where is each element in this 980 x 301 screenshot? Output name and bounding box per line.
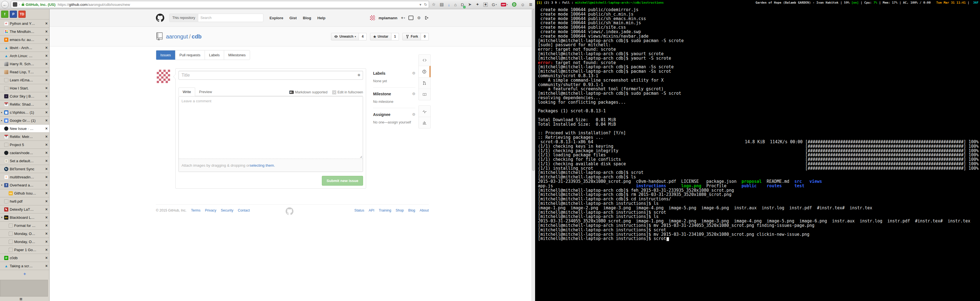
submit-new-issue-button[interactable]: Submit new issue [322,176,363,186]
new-tab-button[interactable]: ＋ [0,270,49,277]
close-icon[interactable]: × [44,167,49,171]
footer-link-blog[interactable]: Blog [408,208,415,212]
notifications-icon[interactable] [409,16,414,20]
tab-item[interactable]: ▲Taking a scr…× [0,262,49,270]
terminal[interactable]: create mode 100644 public/codemirror.js … [535,5,980,301]
downthemall-icon[interactable]: D2 [461,2,464,7]
menu-icon[interactable]: ≡ [529,2,532,8]
tab-pull-requests[interactable]: Pull requests [175,50,205,60]
search-input[interactable]: This repository Search [169,14,263,22]
addon-icon[interactable]: ✦ [476,2,479,7]
adblock-plus-icon[interactable]: ABP▾ [501,3,508,6]
gear-icon[interactable]: ⚙ [412,112,415,117]
markdown-supported-note[interactable]: M↓ Markdown supported [289,90,328,94]
back-button[interactable]: ← [1,1,9,8]
footer-link-contact[interactable]: Contact [238,208,250,212]
tab-item[interactable]: Bemacs-fu: au…× [0,35,49,43]
nav-gist[interactable]: Gist [290,16,297,20]
github-logo-icon[interactable] [156,14,164,22]
tab-issues[interactable]: Issues [156,50,175,60]
sidebar-grip-icon[interactable]: ▦ [19,297,22,301]
tab-item[interactable]: Harry R. Sch…× [0,60,49,68]
username[interactable]: mplamann [379,16,398,20]
close-icon[interactable]: × [44,175,49,179]
close-icon[interactable]: × [44,256,49,260]
footer-link-privacy[interactable]: Privacy [205,208,216,212]
close-icon[interactable]: × [44,191,49,195]
urlbar-dropdown-icon[interactable]: ▾ [420,3,422,7]
pandora-pinned-tab[interactable]: P [10,11,17,18]
feedly-pinned-tab[interactable]: f [1,11,8,18]
decentraleyes-icon[interactable]: D [512,2,517,7]
tab-item[interactable]: ▲libvirt - Arch…× [0,43,49,51]
twisty-icon[interactable]: ▸ [1,111,4,114]
close-icon[interactable]: × [44,21,49,26]
close-icon[interactable]: × [44,37,49,42]
site-identity[interactable]: GitHub, Inc. (US) [25,3,56,7]
mini-nav-pull-icon[interactable] [419,77,430,89]
bookmark-star-icon[interactable]: ☆ [432,2,436,7]
comment-textarea[interactable]: Leave a comment ◢ [179,96,363,159]
tab-item[interactable]: New Issue · …× [0,124,49,132]
fork-button[interactable]: Fork [402,33,421,40]
avatar[interactable] [370,15,375,20]
close-icon[interactable]: × [44,183,49,187]
tab-item[interactable]: Learn #Ema…× [0,76,49,84]
tab-item[interactable]: Read Lisp, T…× [0,68,49,76]
twisty-icon[interactable]: ▾ [1,184,4,186]
tab-item[interactable]: ITPython and Y…× [0,19,49,27]
resize-grip-icon[interactable]: ◢ [360,155,362,158]
settings-gear-icon[interactable]: ⚙ [417,16,421,20]
footer-link-api[interactable]: API [369,208,374,212]
tab-item[interactable]: Project 5× [0,141,49,149]
tab-item[interactable]: Paper 1 Go…× [0,245,49,254]
attach-dropzone[interactable]: Attach images by dragging & dropping or … [179,159,363,172]
footer-link-terms[interactable]: Terms [191,208,200,212]
ghostery-icon[interactable]: G▾ [492,2,497,7]
tab-item[interactable]: ▾BbBlackboard L…× [0,213,49,221]
tab-preview[interactable]: Preview [195,88,216,96]
footer-link-training[interactable]: Training [379,208,391,212]
tab-milestones[interactable]: Milestones [224,50,250,60]
close-icon[interactable]: × [44,134,49,139]
downloads-icon[interactable]: ↓ [448,2,450,7]
close-icon[interactable]: × [44,70,49,74]
unwatch-button[interactable]: Unwatch▾ [331,33,359,40]
tab-item[interactable]: ▸▦c:\t\philos… (1)× [0,108,49,116]
footer-link-status[interactable]: Status [355,208,364,212]
tab-item[interactable]: The Mindfuln…× [0,27,49,35]
close-icon[interactable]: × [44,264,49,268]
tab-item[interactable]: ↻BitTorrent Sync× [0,165,49,173]
tab-item[interactable]: RReMix: Metr…× [0,132,49,141]
close-icon[interactable]: × [44,29,49,34]
tab-write[interactable]: Write [178,88,195,96]
gear-icon[interactable]: ⚙ [412,92,415,96]
mini-nav-code-icon[interactable] [419,54,430,66]
feedback-smiley-icon[interactable]: ☺ [520,2,525,7]
close-icon[interactable]: × [44,53,49,58]
close-icon[interactable]: × [44,102,49,106]
tab-item[interactable]: ▲Arch Linux: …× [0,51,49,60]
close-icon[interactable]: × [44,207,49,211]
close-icon[interactable]: × [44,126,49,131]
close-icon[interactable]: × [44,215,49,219]
tab-item[interactable]: •Color Sky | B…× [0,92,49,100]
fork-count[interactable]: 0 [421,33,429,40]
close-icon[interactable]: × [44,150,49,155]
gear-icon[interactable]: ⚙ [412,71,415,75]
nav-help[interactable]: Help [317,16,325,20]
unstar-button[interactable]: ★ Unstar [370,33,391,40]
footer-link-about[interactable]: About [420,208,429,212]
nav-blog[interactable]: Blog [303,16,311,20]
twisty-icon[interactable]: ▾ [1,216,4,219]
close-icon[interactable]: × [44,239,49,244]
select-files-link[interactable]: selecting them. [250,163,275,168]
close-icon[interactable]: × [44,159,49,163]
tab-item[interactable]: Monday, O…× [0,237,49,245]
td-pinned-tab[interactable]: TD [18,11,25,18]
tab-labels[interactable]: Labels [205,50,224,60]
sign-out-icon[interactable] [424,16,429,20]
star-count[interactable]: 1 [391,33,399,40]
tab-item[interactable]: @c0db× [0,254,49,262]
footer-link-shop[interactable]: Shop [396,208,404,212]
